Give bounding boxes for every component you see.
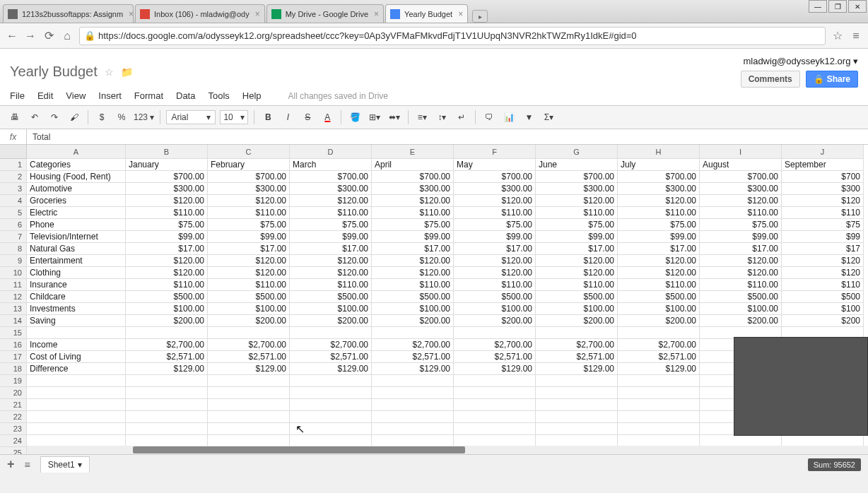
cell[interactable]: Investments [27,303,126,315]
cell[interactable] [27,327,126,339]
cell[interactable]: July [618,159,700,171]
cell[interactable]: $500.00 [454,291,536,303]
percent-button[interactable]: % [114,109,129,125]
cell[interactable]: $500 [782,291,864,303]
cell[interactable] [618,327,700,339]
row-header[interactable]: 5 [0,207,27,219]
row-header[interactable]: 2 [0,171,27,183]
cell[interactable]: $700.00 [700,171,782,183]
cell[interactable] [618,387,700,399]
cell[interactable]: $100.00 [454,303,536,315]
column-header[interactable]: I [700,145,782,159]
row-header[interactable]: 7 [0,231,27,243]
cell[interactable]: $110.00 [536,279,618,291]
cell[interactable]: $110.00 [372,279,454,291]
row-header[interactable]: 14 [0,315,27,327]
cell[interactable] [208,387,290,399]
row-header[interactable]: 19 [0,375,27,387]
cell[interactable]: Housing (Food, Rent) [27,171,126,183]
cell[interactable]: $75.00 [700,219,782,231]
cell[interactable] [208,375,290,387]
cell[interactable]: $120.00 [700,267,782,279]
column-header[interactable]: A [27,145,126,159]
cell[interactable] [372,387,454,399]
row-header[interactable]: 17 [0,351,27,363]
cell[interactable]: Insurance [27,279,126,291]
cell[interactable]: $300.00 [700,183,782,195]
cell[interactable]: $120 [782,267,864,279]
browser-tab-1[interactable]: Inbox (106) - mladwig@ody × [135,4,265,23]
cell[interactable]: $2,571.00 [536,351,618,363]
menu-data[interactable]: Data [176,90,195,101]
select-all-cell[interactable] [0,145,27,159]
cell[interactable]: $110.00 [126,279,208,291]
cell[interactable]: $110.00 [618,207,700,219]
cell[interactable]: February [208,159,290,171]
cell[interactable] [126,387,208,399]
font-size-select[interactable]: 10▾ [220,110,248,124]
cell[interactable]: $110.00 [700,207,782,219]
menu-view[interactable]: View [66,90,86,101]
add-sheet-button[interactable]: + [7,457,15,472]
cell[interactable] [536,327,618,339]
cell[interactable]: Entertainment [27,255,126,267]
cell[interactable]: $120.00 [290,267,372,279]
cell[interactable]: $300 [782,183,864,195]
column-header[interactable]: C [208,145,290,159]
functions-icon[interactable]: Σ▾ [541,109,556,125]
cell[interactable]: Automotive [27,183,126,195]
cell[interactable]: $100.00 [700,303,782,315]
cell[interactable]: $17.00 [290,243,372,255]
cell[interactable]: $300.00 [126,183,208,195]
cell[interactable] [372,411,454,423]
cell[interactable]: $2,700.00 [618,339,700,351]
menu-help[interactable]: Help [242,90,262,101]
cell[interactable]: $129.00 [536,363,618,375]
bookmark-star-icon[interactable]: ☆ [831,30,844,42]
cell[interactable]: Difference [27,363,126,375]
cell[interactable]: $120 [782,255,864,267]
row-header[interactable]: 24 [0,435,27,447]
cell[interactable]: $2,700.00 [372,339,454,351]
cell[interactable]: Categories [27,159,126,171]
cell[interactable] [27,411,126,423]
browser-tab-2[interactable]: My Drive - Google Drive × [266,4,384,23]
cell[interactable] [290,399,372,411]
cell[interactable]: $100.00 [372,303,454,315]
cell[interactable] [618,375,700,387]
cell[interactable]: $200.00 [290,315,372,327]
cell[interactable]: $500.00 [290,291,372,303]
minimize-button[interactable]: — [809,0,827,13]
cell[interactable]: $2,571.00 [454,351,536,363]
horizontal-scrollbar[interactable] [27,446,868,454]
cell[interactable]: $300.00 [618,183,700,195]
bold-button[interactable]: B [260,109,276,125]
cell[interactable]: Television/Internet [27,231,126,243]
cell[interactable]: September [782,159,864,171]
cell[interactable]: $99.00 [454,231,536,243]
cell[interactable]: $17.00 [618,243,700,255]
cell[interactable]: Income [27,339,126,351]
cell[interactable]: $200.00 [126,315,208,327]
cell[interactable] [208,423,290,435]
cell[interactable] [618,423,700,435]
print-icon[interactable]: 🖶 [7,109,23,125]
cell[interactable]: $17 [782,243,864,255]
cell[interactable]: $110.00 [536,207,618,219]
row-header[interactable]: 20 [0,387,27,399]
font-select[interactable]: Arial▾ [166,110,216,124]
url-bar[interactable]: 🔒 https://docs.google.com/a/odysseyk12.o… [79,27,826,45]
cell[interactable]: $99 [782,231,864,243]
cell[interactable]: $129.00 [618,363,700,375]
row-header[interactable]: 15 [0,327,27,339]
cell[interactable]: $2,571.00 [372,351,454,363]
cell[interactable]: $17.00 [536,243,618,255]
cell[interactable]: $120.00 [208,267,290,279]
cell[interactable]: $2,700.00 [126,339,208,351]
cell[interactable]: Clothing [27,267,126,279]
cell[interactable]: August [700,159,782,171]
row-header[interactable]: 11 [0,279,27,291]
cell[interactable]: $100.00 [126,303,208,315]
cell[interactable]: $200.00 [700,315,782,327]
cell[interactable]: $120.00 [208,255,290,267]
